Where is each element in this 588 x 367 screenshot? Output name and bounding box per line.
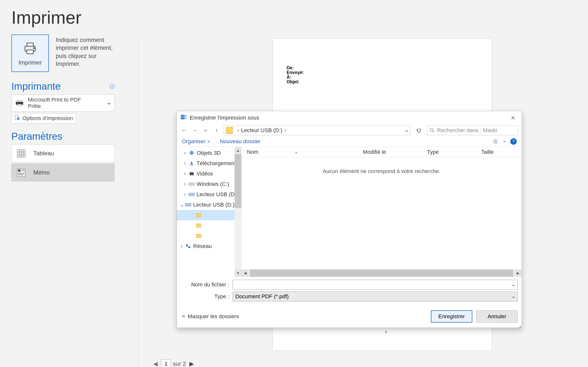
hide-folders-toggle[interactable]: Masquer les dossiers — [182, 313, 239, 320]
filename-input[interactable] — [233, 280, 518, 290]
settings-item-label: Mémo — [33, 169, 50, 176]
tree-item[interactable] — [177, 220, 241, 231]
address-bar[interactable]: › Lecteur USB (D:) › — [224, 125, 411, 135]
chevron-down-icon — [512, 293, 515, 300]
column-modified[interactable]: Modifié le — [357, 149, 422, 155]
refresh-button[interactable] — [414, 126, 423, 135]
new-folder-button[interactable]: Nouveau dossier — [220, 138, 261, 145]
tree-expand-icon[interactable]: › — [183, 150, 187, 156]
search-input[interactable]: Rechercher dans : Maski — [427, 125, 518, 135]
chevron-right-icon: › — [237, 127, 239, 134]
print-options-button[interactable]: Options d'impression — [11, 113, 76, 123]
settings-item-memo[interactable]: Mémo — [11, 164, 114, 181]
tree-item-label: Réseau — [193, 243, 212, 249]
tree-scrollbar[interactable]: ▲ ▼ — [235, 147, 241, 277]
chevron-down-icon[interactable] — [405, 127, 408, 134]
printer-selector[interactable]: Microsoft Print to PDF Prête — [11, 94, 114, 112]
organize-menu[interactable]: Organiser — [182, 138, 210, 145]
preview-sent-label: Envoyé: — [287, 70, 485, 75]
tree-item[interactable]: ⌄Lecteur USB (D:) — [177, 200, 241, 210]
info-icon[interactable]: ⓘ — [110, 84, 115, 89]
page-number-input[interactable] — [161, 359, 171, 367]
resize-grip[interactable]: ◢ — [518, 326, 521, 327]
tree-item[interactable]: ›Vidéos — [177, 169, 241, 179]
sort-indicator-icon: ▴ — [295, 150, 297, 154]
file-list-headers[interactable]: Nom ▴ Modifié le Type Taille — [241, 147, 522, 157]
nav-back-button[interactable]: ← — [180, 127, 188, 134]
filetype-select[interactable]: Document PDF (*.pdf) — [233, 292, 518, 301]
chevron-up-icon — [182, 315, 185, 318]
cancel-button[interactable]: Annuler — [476, 310, 518, 323]
settings-item-tableau[interactable]: Tableau — [11, 144, 114, 162]
page-total-label: sur 2 — [173, 360, 186, 367]
file-list-hscrollbar[interactable]: ◀ ▶ — [241, 269, 522, 277]
chevron-right-icon: › — [284, 127, 286, 134]
column-type[interactable]: Type — [422, 149, 476, 155]
help-button[interactable]: ? — [510, 138, 517, 145]
tree-expand-icon[interactable]: ⌄ — [180, 202, 183, 208]
tree-item-label: Lecteur USB (D:) — [193, 202, 235, 208]
folder-icon — [196, 233, 202, 239]
preview-from-label: De: — [287, 66, 485, 70]
folder-icon — [196, 223, 202, 228]
print-options-label: Options d'impression — [22, 115, 73, 122]
save-button[interactable]: Enregistrer — [431, 310, 472, 323]
nav-up-button[interactable]: ↑ — [213, 127, 220, 134]
chevron-down-icon — [207, 140, 210, 142]
chevron-down-icon[interactable] — [512, 281, 515, 288]
page-title: Imprimer — [0, 0, 588, 30]
scroll-thumb[interactable] — [250, 269, 513, 277]
column-size[interactable]: Taille — [476, 149, 522, 155]
print-settings-panel: Imprimer Indiquez comment imprimer cet é… — [11, 35, 127, 181]
svg-rect-18 — [193, 172, 194, 175]
tree-expand-icon[interactable]: › — [183, 171, 187, 177]
table-style-icon — [16, 148, 26, 158]
scroll-left-button[interactable]: ◀ — [241, 269, 249, 277]
tree-item-label: Windows (C:) — [197, 181, 229, 187]
folder-tree[interactable]: ›Objets 3D›Téléchargements›Vidéos›Window… — [177, 147, 241, 277]
panel-separator — [138, 36, 138, 367]
tree-item[interactable]: ›Windows (C:) — [177, 179, 241, 189]
tree-expand-icon[interactable]: › — [180, 243, 183, 249]
svg-rect-13 — [184, 115, 186, 119]
tree-item[interactable]: ›Réseau — [177, 241, 241, 251]
close-button[interactable] — [508, 114, 518, 122]
folder-icon — [226, 127, 233, 134]
next-page-button[interactable]: ▶ — [188, 360, 195, 367]
svg-rect-1 — [27, 43, 33, 46]
tree-item[interactable] — [177, 210, 241, 220]
tree-expand-icon[interactable]: › — [183, 160, 187, 167]
settings-item-label: Tableau — [33, 150, 54, 157]
svg-rect-19 — [186, 245, 188, 246]
tree-item-label: Objets 3D — [197, 150, 221, 156]
tree-expand-icon[interactable]: › — [183, 191, 187, 198]
tree-expand-icon[interactable]: › — [183, 181, 187, 187]
printer-section-title: Imprimante — [11, 81, 61, 92]
prev-page-button[interactable]: ◀ — [152, 360, 159, 367]
scroll-right-button[interactable]: ▶ — [514, 269, 522, 277]
chevron-down-icon[interactable] — [503, 140, 506, 142]
print-button[interactable]: Imprimer — [11, 35, 49, 72]
nav-history-button[interactable] — [202, 127, 209, 134]
scroll-up-button[interactable]: ▲ — [235, 147, 241, 154]
video-icon — [189, 171, 195, 177]
svg-rect-5 — [17, 100, 22, 102]
settings-section-title: Paramètres — [11, 131, 62, 142]
view-options-button[interactable] — [492, 138, 498, 145]
scroll-thumb[interactable] — [235, 154, 241, 208]
column-name[interactable]: Nom ▴ — [241, 149, 357, 155]
svg-point-15 — [430, 128, 433, 131]
tree-item[interactable]: ›Téléchargements — [177, 158, 241, 169]
download-icon — [189, 160, 195, 166]
scroll-down-button[interactable]: ▼ — [235, 269, 241, 277]
search-icon — [430, 128, 435, 133]
svg-rect-11 — [18, 169, 20, 172]
page-navigator: ◀ sur 2 ▶ — [152, 359, 195, 367]
tree-item[interactable]: ›Objets 3D — [177, 148, 241, 158]
selected-printer-name: Microsoft Print to PDF — [28, 97, 81, 103]
usb-icon — [189, 192, 195, 197]
preview-subject-label: Objet: — [287, 80, 485, 84]
tree-item[interactable]: ›Lecteur USB (D:) — [177, 189, 241, 200]
save-as-dialog: Enregistrer l'impression sous ← → ↑ › Le… — [177, 111, 522, 328]
tree-item[interactable] — [177, 231, 241, 241]
